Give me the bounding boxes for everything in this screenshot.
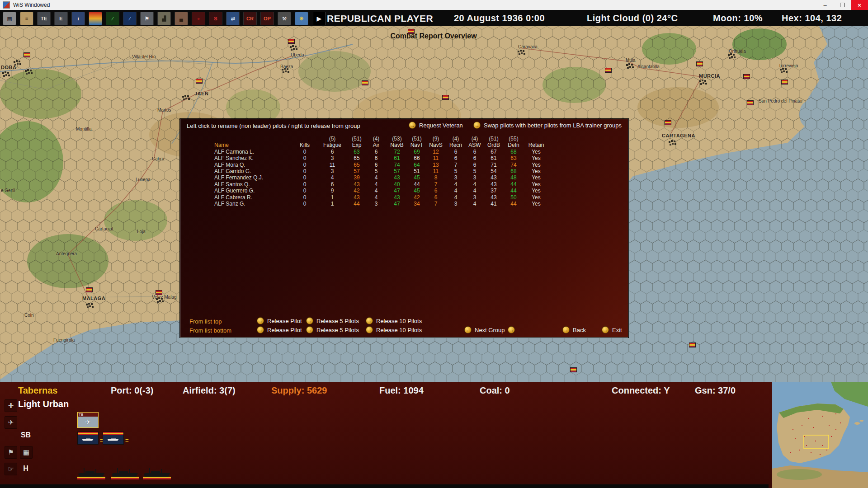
combat-report-icon[interactable]: CR [243, 12, 257, 25]
pilot-stat: 37 [484, 188, 504, 194]
pilot-stat: 63 [504, 155, 524, 161]
pilot-stat: 64 [408, 162, 426, 168]
transfer-icon[interactable]: ⇄ [226, 12, 240, 25]
column-header: NavT [408, 142, 426, 148]
close-button[interactable]: × [851, 0, 868, 10]
pilot-stat: 41 [484, 201, 504, 207]
flag-mode-icon[interactable]: ⚑ [5, 446, 17, 459]
swap-pilots-button[interactable]: → Swap pilots with better pilots from LB… [473, 122, 622, 129]
pilot-stat: 3 [466, 194, 484, 201]
move-mode-icon[interactable]: ✚ [5, 399, 17, 412]
naval-unit[interactable] [103, 432, 124, 445]
minimize-button[interactable]: – [816, 0, 834, 10]
green-pencil-icon[interactable]: ∕ [106, 12, 119, 25]
maximize-icon [840, 3, 845, 7]
pilot-name[interactable]: ALF Mora Q. [214, 162, 292, 168]
arrow-icon: → [257, 317, 264, 324]
minimap[interactable] [772, 382, 868, 488]
pilot-stat: 3 [317, 168, 347, 174]
gsn-stat: Gsn: 37/0 [695, 385, 736, 396]
spanish-flag-marker [689, 343, 696, 347]
pilot-name[interactable]: ALF Santos Q. [214, 181, 292, 188]
factory-icon[interactable]: ▄ [175, 12, 188, 25]
spanish-flag-stripe [78, 432, 98, 435]
weather-icon[interactable]: ☀ [295, 12, 308, 25]
pilot-name[interactable]: ALF Sanchez K. [214, 155, 292, 161]
operations-icon[interactable]: OP [260, 12, 274, 25]
naval-unit[interactable] [77, 432, 99, 445]
pilot-stat: 65 [347, 162, 366, 168]
info-icon[interactable]: i [71, 12, 85, 25]
pilot-stat: 57 [386, 168, 408, 174]
pilot-name[interactable]: ALF Sanz G. [214, 201, 292, 207]
ship-silhouette-icon[interactable] [111, 467, 139, 479]
photo-icon[interactable]: ▦ [20, 446, 33, 459]
supply-icon[interactable]: S [209, 12, 222, 25]
pilot-name[interactable]: ALF Fernandez Q.J. [214, 174, 292, 181]
town-marker [5, 71, 6, 73]
ship-silhouette-icon[interactable] [143, 467, 171, 479]
pilot-stat: 74 [386, 162, 408, 168]
exit-button[interactable]: →Exit [602, 326, 622, 333]
maximize-button[interactable] [834, 0, 851, 10]
pilot-stat: 11 [317, 162, 347, 168]
toggle-te-icon[interactable]: TE [37, 12, 51, 25]
pilot-name[interactable]: ALF Carmona L. [214, 149, 292, 155]
pilot-stat: 44 [408, 181, 426, 188]
supply-stat: Supply: 5629 [271, 385, 327, 396]
pilot-stat: 34 [408, 201, 426, 207]
pilot-stat: 4 [366, 194, 386, 201]
pilot-name[interactable]: ALF Guerrero G. [214, 188, 292, 194]
bomb-icon[interactable]: ● [192, 12, 205, 25]
map-palette-icon[interactable] [89, 12, 102, 25]
back-button[interactable]: →Back [562, 326, 586, 333]
aircraft-mode-icon[interactable]: ✈ [5, 416, 17, 429]
ship-silhouette-icon[interactable] [77, 467, 105, 479]
end-turn-button[interactable]: ▶ [313, 12, 326, 25]
report-icon[interactable]: ≡ [20, 12, 33, 25]
save-icon[interactable]: ▤ [3, 12, 16, 25]
flag-tool-icon[interactable]: ⚑ [140, 12, 154, 25]
main-toolbar: ▤≡TEEi∕∕⚑▟▄●S⇄CROP⚒☀ ▶ REPUBLICAN PLAYER… [0, 10, 868, 26]
pilot-stat: Yes [524, 162, 549, 168]
unit-type-label: TB [78, 413, 98, 417]
sb-mode-label[interactable]: SB [20, 429, 32, 441]
hand-icon[interactable]: ☞ [5, 463, 17, 475]
toggle-e-icon[interactable]: E [54, 12, 68, 25]
pilot-stat: 6 [426, 194, 446, 201]
arrow-icon: → [257, 326, 264, 333]
spanish-flag-marker [570, 367, 577, 372]
air-unit-tb[interactable]: TB ✈ [77, 412, 99, 428]
prev-group-button[interactable]: ← [464, 326, 472, 333]
release-5-top-button[interactable]: →Release 5 Pilots [306, 317, 359, 324]
request-veteran-button[interactable]: → Request Veteran [409, 122, 463, 129]
pilot-stat: 6 [366, 162, 386, 168]
pilot-name[interactable]: ALF Garrido G. [214, 168, 292, 174]
terrain-type-label: Light Urban [18, 399, 69, 409]
next-group-button[interactable]: → [508, 326, 515, 333]
aircraft-icon: ✈ [85, 418, 91, 426]
release-10-bottom-button[interactable]: →Release 10 Pilots [366, 326, 422, 333]
column-header: Kills [292, 142, 317, 148]
column-header: Defn [504, 142, 524, 148]
group-capacity: (51) [484, 136, 504, 142]
group-capacity: (53) [386, 136, 408, 142]
artillery-icon[interactable]: ▟ [157, 12, 171, 25]
release-5-bottom-button[interactable]: →Release 5 Pilots [306, 326, 359, 333]
rail-icon[interactable]: ⚒ [278, 12, 291, 25]
release-pilot-top-button[interactable]: →Release Pilot [257, 317, 302, 324]
pilot-stat: 44 [504, 188, 524, 194]
h-mode-label[interactable]: H [20, 463, 32, 474]
pilot-stat: 43 [484, 174, 504, 181]
player-label: REPUBLICAN PLAYER [327, 13, 433, 24]
column-header: GrdB [484, 142, 504, 148]
map-city-label: Alcantarilla [637, 64, 660, 69]
pilot-name[interactable]: ALF Cabrera R. [214, 194, 292, 201]
blue-pencil-icon[interactable]: ∕ [123, 12, 137, 25]
pilot-stat: 5 [446, 168, 466, 174]
release-pilot-bottom-button[interactable]: →Release Pilot [257, 326, 302, 333]
release-10-top-button[interactable]: →Release 10 Pilots [366, 317, 422, 324]
map-city-label: Antequera [56, 251, 77, 256]
pilot-stat: 1 [317, 194, 347, 201]
pilot-stat: Yes [524, 188, 549, 194]
